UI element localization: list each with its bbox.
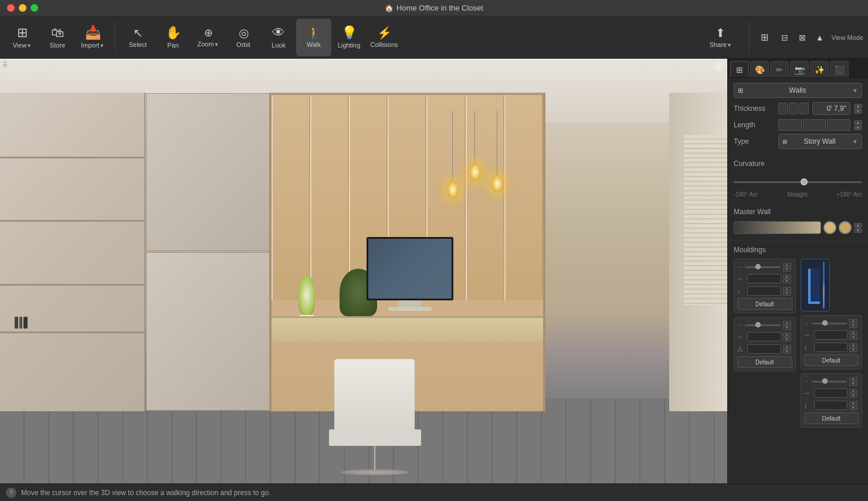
pan-icon: ✋ <box>165 26 181 39</box>
moulding-bottom-right-card: ↔ ▲ ▼ ↔ <box>801 373 863 428</box>
moulding-tl-w-down[interactable]: ▼ <box>783 279 791 283</box>
moulding-br-w-down[interactable]: ▼ <box>849 394 857 398</box>
master-wall-color-track[interactable] <box>734 221 821 234</box>
moulding-br-width-input[interactable] <box>814 388 848 398</box>
moulding-tr-w-up[interactable]: ▲ <box>849 331 857 335</box>
moulding-bl-down[interactable]: ▼ <box>783 326 791 330</box>
moulding-tr-thumb[interactable] <box>822 320 828 326</box>
moulding-br-down[interactable]: ▼ <box>849 382 857 386</box>
moulding-br-w-up[interactable]: ▲ <box>849 389 857 393</box>
chair-base <box>341 469 409 475</box>
walk-tool-button[interactable]: 🚶 Walk <box>296 19 331 56</box>
shelf-1 <box>0 157 144 158</box>
moulding-bl-w-down[interactable]: ▼ <box>783 337 791 341</box>
select-tool-button[interactable]: ↖ Select <box>120 19 155 56</box>
import-button[interactable]: 📥 Import ▼ <box>75 19 110 56</box>
moulding-bl-h-up[interactable]: ▲ <box>783 345 791 349</box>
tab-notes[interactable]: ✏ <box>770 61 789 77</box>
view-mode-2d-button[interactable]: ⊟ <box>777 27 793 48</box>
moulding-bl-height-input[interactable] <box>747 344 781 354</box>
moulding-bl-thumb[interactable] <box>755 322 761 327</box>
moulding-tr-w-down[interactable]: ▼ <box>849 336 857 340</box>
moulding-tr-default-button[interactable]: Default <box>804 354 859 366</box>
view-mode-grid-button[interactable]: ⊞ <box>754 27 775 48</box>
lighting-tool-button[interactable]: 💡 Lighting <box>331 19 367 56</box>
3d-viewport[interactable]: ⠿ i <box>0 59 727 483</box>
moulding-tl-h-down[interactable]: ▼ <box>783 292 791 296</box>
view-mode-3d-button[interactable]: ▲ <box>812 27 828 48</box>
view-mode-floorplan-button[interactable]: ⊠ <box>794 27 811 48</box>
moulding-br-default-button[interactable]: Default <box>804 412 859 424</box>
curvature-thumb[interactable] <box>801 178 808 185</box>
moulding-bl-width-spin: ▲ ▼ <box>783 333 792 341</box>
orbit-tool-button[interactable]: ◎ Orbit <box>226 19 261 56</box>
moulding-bl-up[interactable]: ▲ <box>783 321 791 325</box>
desk-surface <box>272 316 543 341</box>
moulding-tr-height-input[interactable] <box>814 343 848 352</box>
orbit-label: Orbit <box>236 41 250 48</box>
moulding-br-up[interactable]: ▲ <box>849 377 857 381</box>
viewport-info-button[interactable]: i <box>713 61 724 72</box>
moulding-bl-w-up[interactable]: ▲ <box>783 333 791 337</box>
length-up[interactable]: ▲ <box>854 120 862 125</box>
moulding-br-track[interactable] <box>812 381 847 382</box>
monitor <box>367 237 453 316</box>
view-button[interactable]: ⊞ View ▼ <box>5 19 40 56</box>
pan-tool-button[interactable]: ✋ Pan <box>155 19 191 56</box>
moulding-tl-w-up[interactable]: ▲ <box>783 275 791 279</box>
moulding-br-width-spin: ▲ ▼ <box>849 389 859 398</box>
master-wall-up[interactable]: ▲ <box>854 223 862 228</box>
moulding-tr-track[interactable] <box>812 323 847 324</box>
tab-layers[interactable]: ⬛ <box>830 61 849 77</box>
moulding-tl-track[interactable] <box>745 266 781 268</box>
moulding-bl-h-down[interactable]: ▼ <box>783 350 791 354</box>
moulding-tr-h-down[interactable]: ▼ <box>849 348 857 352</box>
moulding-bl-spin: ▲ ▼ <box>783 321 792 330</box>
store-button[interactable]: 🛍 Store <box>40 19 75 56</box>
moulding-bl-track[interactable] <box>745 324 781 326</box>
type-dropdown[interactable]: ⊞ Story Wall ▼ <box>778 134 862 149</box>
look-tool-button[interactable]: 👁 Look <box>261 19 296 56</box>
length-spin: ▲ ▼ <box>854 120 862 130</box>
object-type-dropdown[interactable]: ⊞ Walls ▼ <box>734 83 862 98</box>
moulding-tl-up[interactable]: ▲ <box>783 263 791 267</box>
moulding-tr-width-input[interactable] <box>814 330 848 340</box>
thickness-value[interactable]: 0' 7,9" <box>812 102 850 115</box>
tab-materials[interactable]: 🎨 <box>750 61 769 77</box>
thickness-up[interactable]: ▲ <box>854 104 862 109</box>
share-button[interactable]: ⬆ Share ▼ <box>697 19 744 56</box>
minimize-button[interactable] <box>19 4 26 12</box>
moulding-tl-width-input[interactable] <box>747 274 781 283</box>
moulding-tl-default-button[interactable]: Default <box>737 298 792 310</box>
moulding-br-thumb[interactable] <box>822 378 828 384</box>
zoom-tool-button[interactable]: ⊕ Zoom ▼ <box>191 19 226 56</box>
master-wall-color-swatch-1[interactable] <box>823 221 836 234</box>
moulding-tr-width-spin: ▲ ▼ <box>849 331 859 340</box>
collisions-tool-button[interactable]: ⚡ Collisions <box>367 19 402 56</box>
chair-post <box>374 446 375 469</box>
lighting-icon: 💡 <box>341 26 357 39</box>
moulding-br-h-up[interactable]: ▲ <box>849 401 857 405</box>
moulding-tl-down[interactable]: ▼ <box>783 268 791 272</box>
master-wall-color-swatch-2[interactable] <box>839 221 852 234</box>
thickness-down[interactable]: ▼ <box>854 109 862 114</box>
moulding-tr-up[interactable]: ▲ <box>849 319 857 323</box>
moulding-tr-h-up[interactable]: ▲ <box>849 343 857 347</box>
maximize-button[interactable] <box>30 4 38 12</box>
moulding-br-h-down[interactable]: ▼ <box>849 406 857 410</box>
tab-effects[interactable]: ✨ <box>810 61 829 77</box>
tab-properties[interactable]: ⊞ <box>730 61 749 77</box>
moulding-tr-down[interactable]: ▼ <box>849 324 857 328</box>
moulding-br-height-input[interactable] <box>814 401 848 410</box>
moulding-bl-width-input[interactable] <box>747 332 781 341</box>
close-button[interactable] <box>7 4 15 12</box>
moulding-bl-default-button[interactable]: Default <box>737 356 792 368</box>
tab-camera[interactable]: 📷 <box>790 61 809 77</box>
curvature-track[interactable] <box>734 181 862 183</box>
moulding-tl-thumb[interactable] <box>755 264 761 269</box>
length-down[interactable]: ▼ <box>854 126 862 130</box>
moulding-tl-height-input[interactable] <box>747 286 781 296</box>
moulding-tl-h-up[interactable]: ▲ <box>783 287 791 291</box>
master-wall-section: Master Wall ▲ ▼ <box>728 203 868 241</box>
master-wall-down[interactable]: ▼ <box>854 228 862 233</box>
